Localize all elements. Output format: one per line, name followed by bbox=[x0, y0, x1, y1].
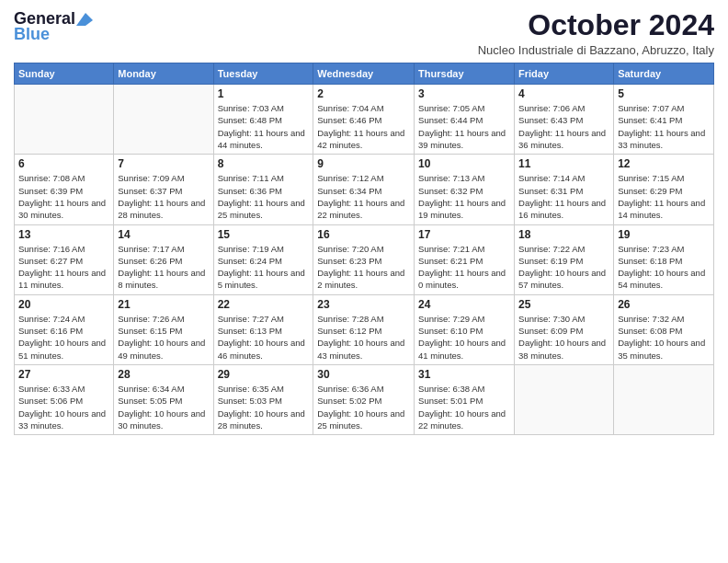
calendar-cell: 3Sunrise: 7:05 AMSunset: 6:44 PMDaylight… bbox=[415, 85, 515, 155]
calendar-cell: 26Sunrise: 7:32 AMSunset: 6:08 PMDayligh… bbox=[614, 294, 714, 364]
day-detail: Sunrise: 7:09 AMSunset: 6:37 PMDaylight:… bbox=[118, 172, 209, 221]
day-number: 8 bbox=[218, 157, 310, 170]
calendar-cell: 5Sunrise: 7:07 AMSunset: 6:41 PMDaylight… bbox=[614, 85, 714, 155]
day-detail: Sunrise: 7:29 AMSunset: 6:10 PMDaylight:… bbox=[418, 313, 510, 362]
calendar-cell: 4Sunrise: 7:06 AMSunset: 6:43 PMDaylight… bbox=[515, 85, 614, 155]
calendar-cell: 8Sunrise: 7:11 AMSunset: 6:36 PMDaylight… bbox=[213, 155, 313, 224]
day-number: 3 bbox=[418, 87, 510, 100]
day-number: 18 bbox=[518, 228, 609, 241]
calendar-cell: 7Sunrise: 7:09 AMSunset: 6:37 PMDaylight… bbox=[114, 155, 213, 224]
calendar-cell: 1Sunrise: 7:03 AMSunset: 6:48 PMDaylight… bbox=[213, 85, 313, 155]
logo-icon bbox=[76, 13, 93, 26]
day-detail: Sunrise: 7:13 AMSunset: 6:32 PMDaylight:… bbox=[418, 172, 510, 221]
day-detail: Sunrise: 7:07 AMSunset: 6:41 PMDaylight:… bbox=[618, 102, 710, 151]
day-detail: Sunrise: 7:21 AMSunset: 6:21 PMDaylight:… bbox=[418, 243, 510, 292]
day-number: 17 bbox=[418, 228, 510, 241]
calendar-cell: 20Sunrise: 7:24 AMSunset: 6:16 PMDayligh… bbox=[15, 294, 114, 364]
calendar-cell bbox=[15, 85, 114, 155]
day-number: 19 bbox=[618, 228, 710, 241]
day-detail: Sunrise: 7:08 AMSunset: 6:39 PMDaylight:… bbox=[18, 172, 109, 221]
day-number: 25 bbox=[518, 298, 609, 311]
day-number: 21 bbox=[118, 298, 209, 311]
calendar-cell: 31Sunrise: 6:38 AMSunset: 5:01 PMDayligh… bbox=[415, 364, 515, 434]
calendar-cell: 25Sunrise: 7:30 AMSunset: 6:09 PMDayligh… bbox=[515, 294, 614, 364]
day-number: 29 bbox=[218, 368, 310, 381]
day-detail: Sunrise: 6:36 AMSunset: 5:02 PMDaylight:… bbox=[317, 383, 410, 431]
day-detail: Sunrise: 6:38 AMSunset: 5:01 PMDaylight:… bbox=[418, 383, 510, 431]
svg-marker-0 bbox=[76, 13, 93, 26]
day-number: 9 bbox=[317, 157, 410, 170]
header-friday: Friday bbox=[515, 63, 614, 85]
day-detail: Sunrise: 7:17 AMSunset: 6:26 PMDaylight:… bbox=[118, 243, 209, 292]
day-number: 4 bbox=[518, 87, 609, 100]
day-detail: Sunrise: 6:34 AMSunset: 5:05 PMDaylight:… bbox=[118, 383, 209, 431]
calendar-cell: 29Sunrise: 6:35 AMSunset: 5:03 PMDayligh… bbox=[213, 364, 313, 434]
calendar-cell: 6Sunrise: 7:08 AMSunset: 6:39 PMDaylight… bbox=[15, 155, 114, 224]
day-detail: Sunrise: 7:22 AMSunset: 6:19 PMDaylight:… bbox=[518, 243, 609, 292]
day-number: 2 bbox=[317, 87, 410, 100]
day-number: 31 bbox=[418, 368, 510, 381]
day-detail: Sunrise: 6:33 AMSunset: 5:06 PMDaylight:… bbox=[18, 383, 109, 431]
day-detail: Sunrise: 7:19 AMSunset: 6:24 PMDaylight:… bbox=[218, 243, 310, 292]
day-detail: Sunrise: 7:06 AMSunset: 6:43 PMDaylight:… bbox=[518, 102, 609, 151]
day-number: 24 bbox=[418, 298, 510, 311]
calendar-week-row: 20Sunrise: 7:24 AMSunset: 6:16 PMDayligh… bbox=[15, 294, 714, 364]
day-detail: Sunrise: 7:15 AMSunset: 6:29 PMDaylight:… bbox=[618, 172, 710, 221]
calendar-cell: 18Sunrise: 7:22 AMSunset: 6:19 PMDayligh… bbox=[515, 224, 614, 294]
calendar-cell: 27Sunrise: 6:33 AMSunset: 5:06 PMDayligh… bbox=[15, 364, 114, 434]
day-detail: Sunrise: 7:11 AMSunset: 6:36 PMDaylight:… bbox=[218, 172, 310, 221]
header-saturday: Saturday bbox=[614, 63, 714, 85]
calendar-cell bbox=[114, 85, 213, 155]
calendar-cell: 10Sunrise: 7:13 AMSunset: 6:32 PMDayligh… bbox=[415, 155, 515, 224]
day-number: 23 bbox=[317, 298, 410, 311]
day-number: 13 bbox=[18, 228, 109, 241]
day-detail: Sunrise: 7:30 AMSunset: 6:09 PMDaylight:… bbox=[518, 313, 609, 362]
calendar-table: Sunday Monday Tuesday Wednesday Thursday… bbox=[14, 63, 714, 435]
header-monday: Monday bbox=[114, 63, 213, 85]
day-detail: Sunrise: 7:16 AMSunset: 6:27 PMDaylight:… bbox=[18, 243, 109, 292]
calendar-cell: 15Sunrise: 7:19 AMSunset: 6:24 PMDayligh… bbox=[213, 224, 313, 294]
calendar-cell: 12Sunrise: 7:15 AMSunset: 6:29 PMDayligh… bbox=[614, 155, 714, 224]
day-detail: Sunrise: 7:12 AMSunset: 6:34 PMDaylight:… bbox=[317, 172, 410, 221]
calendar-week-row: 6Sunrise: 7:08 AMSunset: 6:39 PMDaylight… bbox=[15, 155, 714, 224]
day-number: 20 bbox=[18, 298, 109, 311]
header-thursday: Thursday bbox=[415, 63, 515, 85]
day-detail: Sunrise: 7:28 AMSunset: 6:12 PMDaylight:… bbox=[317, 313, 410, 362]
day-number: 15 bbox=[218, 228, 310, 241]
page-header: General Blue October 2024 Nucleo Industr… bbox=[14, 9, 714, 57]
calendar-week-row: 1Sunrise: 7:03 AMSunset: 6:48 PMDaylight… bbox=[15, 85, 714, 155]
day-number: 27 bbox=[18, 368, 109, 381]
header-tuesday: Tuesday bbox=[213, 63, 313, 85]
calendar-cell: 13Sunrise: 7:16 AMSunset: 6:27 PMDayligh… bbox=[15, 224, 114, 294]
day-detail: Sunrise: 6:35 AMSunset: 5:03 PMDaylight:… bbox=[218, 383, 310, 431]
title-section: October 2024 Nucleo Industriale di Bazza… bbox=[478, 9, 714, 57]
calendar-cell: 19Sunrise: 7:23 AMSunset: 6:18 PMDayligh… bbox=[614, 224, 714, 294]
calendar-cell: 28Sunrise: 6:34 AMSunset: 5:05 PMDayligh… bbox=[114, 364, 213, 434]
day-detail: Sunrise: 7:04 AMSunset: 6:46 PMDaylight:… bbox=[317, 102, 410, 151]
calendar-cell: 11Sunrise: 7:14 AMSunset: 6:31 PMDayligh… bbox=[515, 155, 614, 224]
day-number: 6 bbox=[18, 157, 109, 170]
calendar-cell: 14Sunrise: 7:17 AMSunset: 6:26 PMDayligh… bbox=[114, 224, 213, 294]
day-number: 30 bbox=[317, 368, 410, 381]
month-title: October 2024 bbox=[478, 9, 714, 41]
calendar-cell: 23Sunrise: 7:28 AMSunset: 6:12 PMDayligh… bbox=[313, 294, 415, 364]
calendar-week-row: 27Sunrise: 6:33 AMSunset: 5:06 PMDayligh… bbox=[15, 364, 714, 434]
calendar-page: General Blue October 2024 Nucleo Industr… bbox=[0, 0, 728, 563]
logo-blue: Blue bbox=[14, 25, 50, 44]
day-detail: Sunrise: 7:24 AMSunset: 6:16 PMDaylight:… bbox=[18, 313, 109, 362]
calendar-cell bbox=[515, 364, 614, 434]
day-detail: Sunrise: 7:03 AMSunset: 6:48 PMDaylight:… bbox=[218, 102, 310, 151]
day-detail: Sunrise: 7:26 AMSunset: 6:15 PMDaylight:… bbox=[118, 313, 209, 362]
day-detail: Sunrise: 7:32 AMSunset: 6:08 PMDaylight:… bbox=[618, 313, 710, 362]
calendar-cell: 9Sunrise: 7:12 AMSunset: 6:34 PMDaylight… bbox=[313, 155, 415, 224]
location-title: Nucleo Industriale di Bazzano, Abruzzo, … bbox=[478, 43, 714, 57]
day-detail: Sunrise: 7:14 AMSunset: 6:31 PMDaylight:… bbox=[518, 172, 609, 221]
calendar-cell: 22Sunrise: 7:27 AMSunset: 6:13 PMDayligh… bbox=[213, 294, 313, 364]
calendar-cell bbox=[614, 364, 714, 434]
day-number: 14 bbox=[118, 228, 209, 241]
day-detail: Sunrise: 7:27 AMSunset: 6:13 PMDaylight:… bbox=[218, 313, 310, 362]
logo: General Blue bbox=[14, 9, 94, 44]
calendar-week-row: 13Sunrise: 7:16 AMSunset: 6:27 PMDayligh… bbox=[15, 224, 714, 294]
day-detail: Sunrise: 7:23 AMSunset: 6:18 PMDaylight:… bbox=[618, 243, 710, 292]
day-number: 7 bbox=[118, 157, 209, 170]
